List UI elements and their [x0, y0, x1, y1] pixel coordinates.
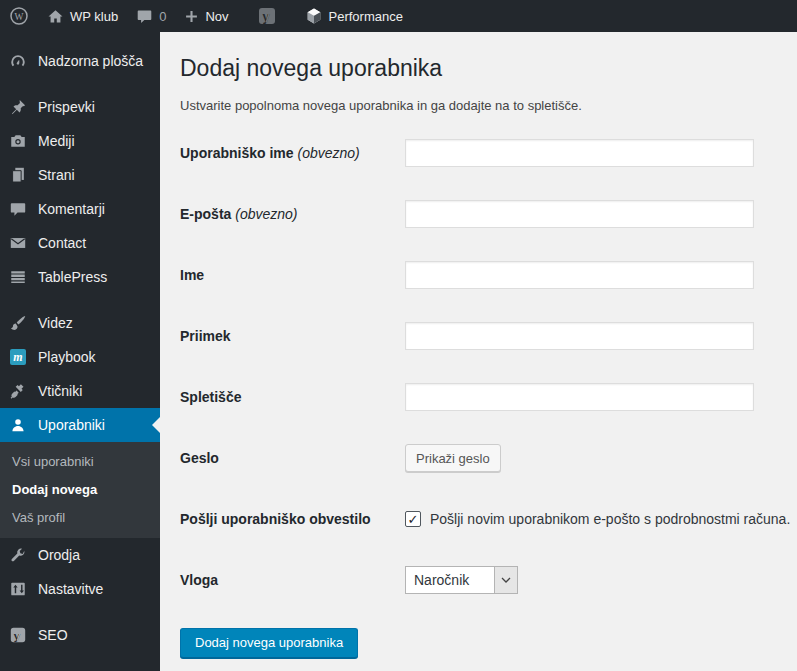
wordpress-logo-icon: W — [9, 6, 29, 26]
active-menu-arrow — [152, 417, 160, 433]
username-input[interactable] — [405, 139, 754, 167]
sidebar-item-playbook[interactable]: m Playbook — [0, 340, 160, 374]
sidebar-item-label: Uporabniki — [38, 417, 105, 433]
submenu-item-your-profile[interactable]: Vaš profil — [0, 504, 160, 532]
form-row-firstname: Ime — [180, 245, 797, 306]
sidebar-item-label: Prispevki — [38, 99, 95, 115]
yoast-icon: y — [257, 6, 277, 26]
lastname-input[interactable] — [405, 322, 754, 350]
sidebar-item-label: Contact — [38, 235, 86, 251]
website-label: Spletišče — [180, 389, 405, 405]
sidebar-item-comments[interactable]: Komentarji — [0, 192, 160, 226]
website-input[interactable] — [405, 383, 754, 411]
wordpress-logo-menu[interactable]: W — [0, 0, 38, 32]
form-row-email: E-pošta (obvezno) — [180, 184, 797, 245]
table-icon — [8, 268, 28, 286]
camera-icon — [8, 132, 28, 150]
envelope-icon — [8, 234, 28, 252]
sidebar-item-media[interactable]: Mediji — [0, 124, 160, 158]
username-label: Uporabniško ime (obvezno) — [180, 145, 405, 161]
sidebar-item-label: Vtičniki — [38, 383, 82, 399]
sidebar-item-tablepress[interactable]: TablePress — [0, 260, 160, 294]
admin-bar: W WP klub 0 Nov y — [0, 0, 797, 32]
menu-separator — [0, 606, 160, 618]
role-label: Vloga — [180, 572, 405, 588]
users-submenu: Vsi uporabniki Dodaj novega Vaš profil — [0, 442, 160, 538]
page-title: Dodaj novega uporabnika — [180, 54, 797, 84]
menu-separator — [0, 78, 160, 90]
page-subtitle: Ustvarite popolnoma novega uporabnika in… — [180, 98, 797, 113]
sidebar-item-appearance[interactable]: Videz — [0, 306, 160, 340]
submenu-item-all-users[interactable]: Vsi uporabniki — [0, 448, 160, 476]
admin-sidebar: Nadzorna plošča Prispevki Mediji — [0, 32, 160, 671]
comment-icon — [8, 200, 28, 218]
sidebar-item-posts[interactable]: Prispevki — [0, 90, 160, 124]
form-row-notification: Pošlji uporabniško obvestilo ✓ Pošlji no… — [180, 489, 797, 550]
form-row-lastname: Priimek — [180, 306, 797, 367]
user-icon — [8, 416, 28, 434]
send-notification-checkbox[interactable]: ✓ — [405, 511, 421, 527]
chevron-down-icon — [494, 567, 517, 593]
sidebar-item-label: Playbook — [38, 349, 96, 365]
sidebar-item-contact[interactable]: Contact — [0, 226, 160, 260]
performance-menu[interactable]: Performance — [296, 0, 412, 32]
notification-label: Pošlji uporabniško obvestilo — [180, 511, 405, 527]
email-label: E-pošta (obvezno) — [180, 206, 405, 222]
sidebar-item-seo[interactable]: y SEO — [0, 618, 160, 652]
site-name: WP klub — [70, 9, 118, 24]
svg-text:W: W — [15, 12, 24, 22]
dashboard-icon — [8, 52, 28, 70]
add-new-user-submit-button[interactable]: Dodaj novega uporabnika — [180, 628, 358, 658]
sliders-icon — [8, 580, 28, 598]
required-hint: (obvezno) — [235, 206, 297, 222]
sidebar-item-plugins[interactable]: Vtičniki — [0, 374, 160, 408]
add-user-form: Uporabniško ime (obvezno) E-pošta (obvez… — [180, 123, 797, 658]
new-label: Nov — [205, 9, 228, 24]
yoast-icon: y — [8, 626, 28, 644]
email-input[interactable] — [405, 200, 754, 228]
sidebar-item-tools[interactable]: Orodja — [0, 538, 160, 572]
main-content: Dodaj novega uporabnika Ustvarite popoln… — [160, 32, 797, 671]
show-password-button[interactable]: Prikaži geslo — [405, 444, 501, 472]
form-row-password: Geslo Prikaži geslo — [180, 428, 797, 489]
plug-icon — [8, 382, 28, 400]
sidebar-item-dashboard[interactable]: Nadzorna plošča — [0, 44, 160, 78]
yoast-seo-menu[interactable]: y — [248, 0, 286, 32]
submenu-item-add-new[interactable]: Dodaj novega — [0, 476, 160, 504]
form-row-username: Uporabniško ime (obvezno) — [180, 123, 797, 184]
comment-bubble-icon — [136, 8, 153, 25]
performance-cube-icon — [305, 7, 323, 25]
sidebar-item-label: Strani — [38, 167, 75, 183]
new-content-menu[interactable]: Nov — [175, 0, 237, 32]
comment-count: 0 — [159, 9, 166, 24]
role-select[interactable]: Naročnik — [405, 566, 518, 594]
menu-separator — [0, 294, 160, 306]
pages-icon — [8, 166, 28, 184]
visit-site-link[interactable]: WP klub — [38, 0, 127, 32]
sidebar-item-label: Orodja — [38, 547, 80, 563]
sidebar-item-label: SEO — [38, 627, 68, 643]
password-label: Geslo — [180, 450, 405, 466]
sidebar-item-pages[interactable]: Strani — [0, 158, 160, 192]
firstname-input[interactable] — [405, 261, 754, 289]
sidebar-item-settings[interactable]: Nastavitve — [0, 572, 160, 606]
plus-icon — [184, 9, 199, 24]
brush-icon — [8, 314, 28, 332]
comments-menu[interactable]: 0 — [127, 0, 175, 32]
sidebar-item-label: Nastavitve — [38, 581, 103, 597]
sidebar-item-label: TablePress — [38, 269, 107, 285]
role-selected-value: Naročnik — [406, 567, 494, 593]
playbook-badge: m — [10, 349, 26, 365]
sidebar-item-label: Nadzorna plošča — [38, 53, 143, 69]
wrench-icon — [8, 546, 28, 564]
performance-label: Performance — [329, 9, 403, 24]
pin-icon — [8, 98, 28, 116]
firstname-label: Ime — [180, 267, 405, 283]
playbook-m-icon: m — [8, 349, 28, 365]
sidebar-item-label: Videz — [38, 315, 73, 331]
required-hint: (obvezno) — [297, 145, 359, 161]
form-row-role: Vloga Naročnik — [180, 550, 797, 611]
sidebar-item-users[interactable]: Uporabniki — [0, 408, 160, 442]
notification-checkbox-text: Pošlji novim uporabnikom e-pošto s podro… — [430, 511, 790, 527]
home-icon — [47, 8, 64, 25]
